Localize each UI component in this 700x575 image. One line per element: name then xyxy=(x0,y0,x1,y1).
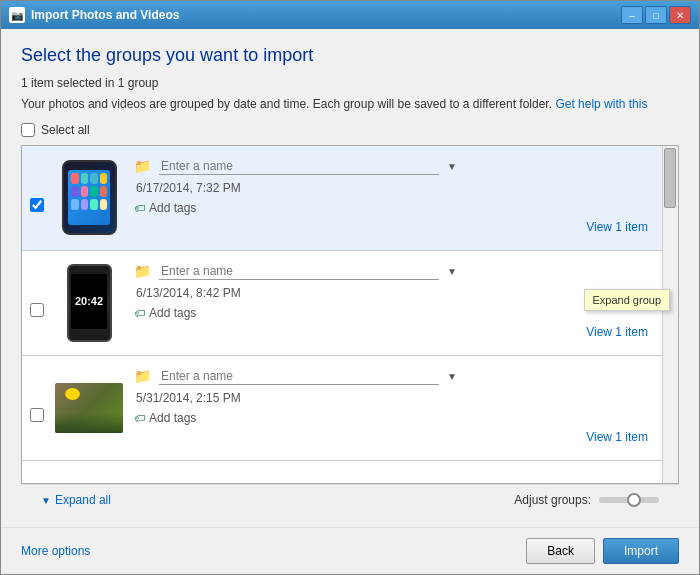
group3-tags-link[interactable]: Add tags xyxy=(149,411,196,425)
main-content: Select the groups you want to import 1 i… xyxy=(1,29,699,527)
folder-icon: 📁 xyxy=(134,263,151,279)
group1-tags-link[interactable]: Add tags xyxy=(149,201,196,215)
phone1-image xyxy=(62,160,117,235)
group2-name-input[interactable] xyxy=(159,263,439,280)
app-icon xyxy=(90,186,98,197)
bottom-bar: ▼ Expand all Adjust groups: xyxy=(21,484,679,515)
group2-thumbnail: 20:42 xyxy=(54,263,124,343)
description: Your photos and videos are grouped by da… xyxy=(21,96,679,113)
app-icon xyxy=(90,173,98,184)
tags-row: 🏷 Add tags xyxy=(134,201,670,215)
phone-screen2: 20:42 xyxy=(71,274,107,329)
window-icon: 📷 xyxy=(9,7,25,23)
main-window: 📷 Import Photos and Videos – □ ✕ Select … xyxy=(0,0,700,575)
more-options-link[interactable]: More options xyxy=(21,544,90,558)
group1-name-input[interactable] xyxy=(159,158,439,175)
name-row: 📁 ▼ xyxy=(134,158,670,175)
select-all-checkbox[interactable] xyxy=(21,123,35,137)
group3-date: 5/31/2014, 2:15 PM xyxy=(136,391,670,405)
group-item: 📁 ▼ 6/17/2014, 7:32 PM 🏷 Add tags View 1… xyxy=(22,146,678,251)
close-button[interactable]: ✕ xyxy=(669,6,691,24)
name-row: 📁 ▼ xyxy=(134,368,670,385)
window-title: Import Photos and Videos xyxy=(31,8,621,22)
footer-buttons: Back Import xyxy=(526,538,679,564)
adjust-groups-slider[interactable] xyxy=(599,497,659,503)
tag-icon: 🏷 xyxy=(134,412,145,424)
group3-checkbox[interactable] xyxy=(30,408,44,422)
app-icon xyxy=(100,186,108,197)
expand-arrow-icon: ▼ xyxy=(41,495,51,506)
maximize-button[interactable]: □ xyxy=(645,6,667,24)
item-count: 1 item selected in 1 group xyxy=(21,76,679,90)
dropdown-arrow-icon[interactable]: ▼ xyxy=(447,371,457,382)
group2-checkbox[interactable] xyxy=(30,303,44,317)
group2-view-link[interactable]: View 1 item xyxy=(586,325,648,339)
group3-details: 📁 ▼ 5/31/2014, 2:15 PM 🏷 Add tags xyxy=(134,368,670,425)
group1-date: 6/17/2014, 7:32 PM xyxy=(136,181,670,195)
name-row: 📁 ▼ xyxy=(134,263,670,280)
tag-icon: 🏷 xyxy=(134,307,145,319)
group3-thumbnail xyxy=(54,368,124,448)
group1-view-link[interactable]: View 1 item xyxy=(586,220,648,234)
app-icon xyxy=(81,186,89,197)
app-icon xyxy=(100,173,108,184)
folder-icon: 📁 xyxy=(134,368,151,384)
dropdown-arrow-icon[interactable]: ▼ xyxy=(447,161,457,172)
group3-name-input[interactable] xyxy=(159,368,439,385)
group1-details: 📁 ▼ 6/17/2014, 7:32 PM 🏷 Add tags xyxy=(134,158,670,215)
phone2-image: 20:42 xyxy=(67,264,112,342)
group-item: 20:42 📁 ▼ 6/13/2014, 8:42 PM 🏷 Add tags xyxy=(22,251,678,356)
group3-view-link[interactable]: View 1 item xyxy=(586,430,648,444)
select-all-label[interactable]: Select all xyxy=(41,123,90,137)
slider-thumb xyxy=(627,493,641,507)
app-icon xyxy=(100,199,108,210)
title-bar: 📷 Import Photos and Videos – □ ✕ xyxy=(1,1,699,29)
group-item: 📁 ▼ 5/31/2014, 2:15 PM 🏷 Add tags View 1… xyxy=(22,356,678,461)
scrollbar-thumb[interactable] xyxy=(664,148,676,208)
help-link[interactable]: Get help with this xyxy=(555,97,647,111)
app-icon xyxy=(71,199,79,210)
folder-icon: 📁 xyxy=(134,158,151,174)
expand-group-tooltip: Expand group xyxy=(584,289,671,311)
window-controls: – □ ✕ xyxy=(621,6,691,24)
dropdown-arrow-icon[interactable]: ▼ xyxy=(447,266,457,277)
scrollbar-track xyxy=(662,146,678,483)
back-button[interactable]: Back xyxy=(526,538,595,564)
import-button[interactable]: Import xyxy=(603,538,679,564)
groups-container: 📁 ▼ 6/17/2014, 7:32 PM 🏷 Add tags View 1… xyxy=(21,145,679,484)
expand-all-button[interactable]: ▼ Expand all xyxy=(41,493,111,507)
tag-icon: 🏷 xyxy=(134,202,145,214)
tags-row: 🏷 Add tags xyxy=(134,411,670,425)
app-icon xyxy=(81,199,89,210)
app-icon xyxy=(71,186,79,197)
adjust-groups: Adjust groups: xyxy=(514,493,659,507)
app-icon xyxy=(71,173,79,184)
select-all-row: Select all xyxy=(21,123,679,137)
minimize-button[interactable]: – xyxy=(621,6,643,24)
group2-tags-link[interactable]: Add tags xyxy=(149,306,196,320)
app-icon xyxy=(81,173,89,184)
app-icon xyxy=(90,199,98,210)
photo-thumbnail xyxy=(55,383,123,433)
footer: More options Back Import xyxy=(1,527,699,574)
page-title: Select the groups you want to import xyxy=(21,45,679,66)
group1-thumbnail xyxy=(54,158,124,238)
group1-checkbox[interactable] xyxy=(30,198,44,212)
phone-screen xyxy=(68,170,110,225)
